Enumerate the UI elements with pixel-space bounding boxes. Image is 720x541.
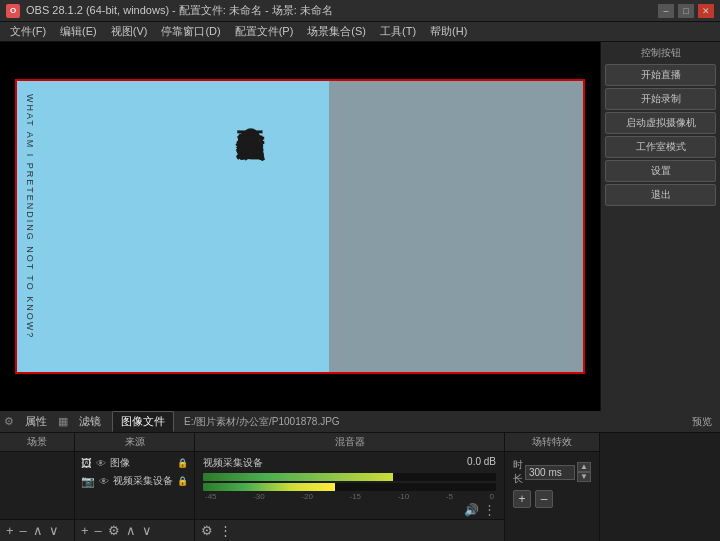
source-icon-video: 📷 [81, 475, 95, 488]
menu-bar: 文件(F)编辑(E)视图(V)停靠窗口(D)配置文件(P)场景集合(S)工具(T… [0, 22, 720, 42]
start-record-button[interactable]: 开始录制 [605, 88, 716, 110]
scenes-panel: 场景 + – ∧ ∨ [0, 433, 75, 541]
meter-bar-video-1 [203, 473, 496, 481]
preview-title-cn: 我装作不知道的是什么？ [231, 109, 269, 137]
meter-fill-video-1 [203, 473, 393, 481]
settings-button[interactable]: 设置 [605, 160, 716, 182]
preview-canvas: WHAT AM I PRETENDING NOT TO KNOW? 我装作不知道… [15, 79, 585, 374]
transition-duration-control: ▲ ▼ [525, 462, 591, 482]
meter-fill-video-2 [203, 483, 335, 491]
virtual-camera-button[interactable]: 启动虚拟摄像机 [605, 112, 716, 134]
scenes-up-btn[interactable]: ∧ [31, 522, 45, 539]
transition-duration-label: 时长 [513, 458, 525, 486]
vol-icon-video[interactable]: 🔊 [464, 503, 479, 517]
source-item-video[interactable]: 📷 👁 视频采集设备 🔒 [77, 472, 192, 490]
menu-item-f[interactable]: 文件(F) [4, 22, 52, 41]
mixer-dots-video[interactable]: ⋮ [483, 502, 496, 517]
minimize-button[interactable]: – [658, 4, 674, 18]
mixer-add-btn[interactable]: ⋮ [217, 522, 234, 539]
sources-remove-btn[interactable]: – [93, 522, 104, 539]
mixer-channel-video-header: 视频采集设备 0.0 dB [203, 456, 496, 470]
mixer-channel-video-db: 0.0 dB [467, 456, 496, 470]
transitions-content: 时长 ▲ ▼ + – [505, 452, 599, 514]
controls-panel [600, 433, 720, 541]
scenes-footer: + – ∧ ∨ [0, 519, 74, 541]
transitions-header: 场转特效 [505, 433, 599, 452]
tab-icon-filters: ▦ [58, 415, 68, 428]
mixer-settings-btn[interactable]: ⚙ [199, 522, 215, 539]
sources-footer: + – ⚙ ∧ ∨ [75, 519, 194, 541]
sources-add-btn[interactable]: + [79, 522, 91, 539]
mixer-header: 混音器 [195, 433, 504, 452]
transition-duration-input[interactable] [525, 465, 575, 480]
spin-controls: ▲ ▼ [577, 462, 591, 482]
source-file-path: E:/图片素材/办公室/P1001878.JPG [184, 415, 340, 429]
source-label-video: 视频采集设备 [113, 474, 173, 488]
mixer-panel: 混音器 视频采集设备 0.0 dB -45-30-20-15-10-50 � [195, 433, 505, 541]
title-bar-left: O OBS 28.1.2 (64-bit, windows) - 配置文件: 未… [6, 3, 333, 18]
studio-mode-button[interactable]: 工作室模式 [605, 136, 716, 158]
preview-image-content: WHAT AM I PRETENDING NOT TO KNOW? 我装作不知道… [15, 79, 585, 374]
transition-remove-btn[interactable]: – [535, 490, 553, 508]
maximize-button[interactable]: □ [678, 4, 694, 18]
source-label-image: 图像 [110, 456, 130, 470]
meter-bar-video-2 [203, 483, 496, 491]
window-controls[interactable]: – □ ✕ [658, 4, 714, 18]
mixer-content: 视频采集设备 0.0 dB -45-30-20-15-10-50 🔊 ⋮ [195, 452, 504, 519]
scenes-header: 场景 [0, 433, 74, 452]
spin-down-btn[interactable]: ▼ [577, 472, 591, 482]
start-stream-button[interactable]: 开始直播 [605, 64, 716, 86]
tab-icon-properties: ⚙ [4, 415, 14, 428]
menu-item-p[interactable]: 配置文件(P) [229, 22, 300, 41]
app-icon: O [6, 4, 20, 18]
scenes-add-btn[interactable]: + [4, 522, 16, 539]
source-item-image[interactable]: 🖼 👁 图像 🔒 [77, 454, 192, 472]
mixer-channel-video-name: 视频采集设备 [203, 456, 263, 470]
meter-scale-video: -45-30-20-15-10-50 [203, 492, 496, 501]
menu-item-s[interactable]: 场景集合(S) [301, 22, 372, 41]
menu-item-e[interactable]: 编辑(E) [54, 22, 103, 41]
preview-left-half: WHAT AM I PRETENDING NOT TO KNOW? 我装作不知道… [15, 79, 329, 374]
sources-up-btn[interactable]: ∧ [124, 522, 138, 539]
preview-label: 预览 [692, 415, 716, 429]
plus-minus-row: + – [509, 488, 595, 510]
menu-item-h[interactable]: 帮助(H) [424, 22, 473, 41]
menu-item-t[interactable]: 工具(T) [374, 22, 422, 41]
mixer-footer: ⚙ ⋮ [195, 519, 504, 541]
sources-down-btn[interactable]: ∨ [140, 522, 154, 539]
source-tabs: ⚙ 属性 ▦ 滤镜 图像文件 E:/图片素材/办公室/P1001878.JPG … [0, 411, 720, 433]
menu-item-v[interactable]: 视图(V) [105, 22, 154, 41]
lock-icon-video[interactable]: 🔒 [177, 476, 188, 486]
scenes-remove-btn[interactable]: – [18, 522, 29, 539]
sources-header: 来源 [75, 433, 194, 452]
tab-image-file[interactable]: 图像文件 [112, 411, 174, 432]
tab-filters[interactable]: 滤镜 [70, 411, 110, 432]
menu-item-d[interactable]: 停靠窗口(D) [155, 22, 226, 41]
exit-button[interactable]: 退出 [605, 184, 716, 206]
controls-panel-label: 控制按钮 [605, 46, 716, 60]
preview-right-half [329, 79, 586, 374]
sources-panel: 来源 🖼 👁 图像 🔒 📷 👁 视频采集设备 🔒 + – ⚙ ∧ ∨ [75, 433, 195, 541]
sources-settings-btn[interactable]: ⚙ [106, 522, 122, 539]
mixer-channel-video: 视频采集设备 0.0 dB -45-30-20-15-10-50 🔊 ⋮ [199, 454, 500, 519]
tab-properties[interactable]: 属性 [16, 411, 56, 432]
preview-title-en: WHAT AM I PRETENDING NOT TO KNOW? [25, 94, 35, 339]
close-button[interactable]: ✕ [698, 4, 714, 18]
eye-icon-image[interactable]: 👁 [96, 458, 106, 469]
scenes-content [0, 452, 74, 519]
title-bar: O OBS 28.1.2 (64-bit, windows) - 配置文件: 未… [0, 0, 720, 22]
right-panel: 控制按钮 开始直播 开始录制 启动虚拟摄像机 工作室模式 设置 退出 [600, 42, 720, 411]
sources-content: 🖼 👁 图像 🔒 📷 👁 视频采集设备 🔒 [75, 452, 194, 519]
lower-panels: 场景 + – ∧ ∨ 来源 🖼 👁 图像 🔒 📷 👁 视频采集设备 🔒 [0, 433, 720, 541]
controls-section: 开始直播 开始录制 启动虚拟摄像机 工作室模式 设置 退出 [605, 64, 716, 206]
main-area: WHAT AM I PRETENDING NOT TO KNOW? 我装作不知道… [0, 42, 720, 411]
mixer-controls-video: 🔊 ⋮ [203, 501, 496, 518]
lock-icon-image[interactable]: 🔒 [177, 458, 188, 468]
transition-duration-row: 时长 ▲ ▼ [509, 456, 595, 488]
transition-add-btn[interactable]: + [513, 490, 531, 508]
source-icon-image: 🖼 [81, 457, 92, 469]
scenes-down-btn[interactable]: ∨ [47, 522, 61, 539]
eye-icon-video[interactable]: 👁 [99, 476, 109, 487]
transitions-panel: 场转特效 时长 ▲ ▼ + – [505, 433, 600, 541]
spin-up-btn[interactable]: ▲ [577, 462, 591, 472]
